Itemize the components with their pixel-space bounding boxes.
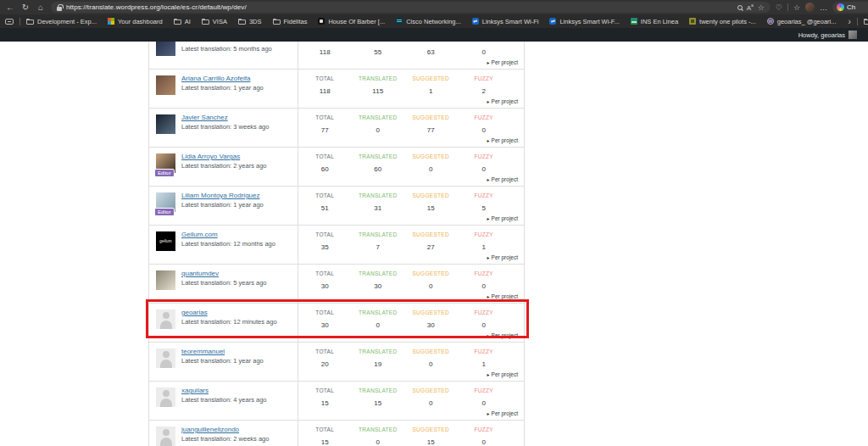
bookmark-item[interactable]: ⇄ Linksys Smart Wi-Fi [472,18,539,25]
per-project-link[interactable]: ▸Per project [487,98,518,104]
fuzzy-value: 1 [458,360,511,368]
translated-value: 0 [352,126,405,134]
stat-total: TOTAL 118 [298,70,352,108]
avatar [156,75,175,95]
read-aloud-icon[interactable]: Aa [747,3,754,12]
browser-address-bar: ← ↻ ⌂ https://translate.wordpress.org/lo… [0,0,868,14]
contributor-name-link[interactable]: Liliam Montoya Rodriguez [181,192,260,199]
bookmark-item[interactable]: Development - Exp... [26,18,97,25]
bookmark-item[interactable]: twenty one pilots -... [689,18,756,25]
translated-header: TRANSLATED [352,153,405,159]
bookmark-item[interactable]: W geoarias_ @geoari... [767,18,837,25]
stat-total: TOTAL 15 [298,421,352,446]
bookmark-item[interactable]: AI [174,18,191,25]
stat-translated: TRANSLATED 0 [352,109,405,147]
stat-suggested: SUGGESTED 0 [404,343,458,381]
latest-translation-text: Latest translation: 1 year ago [181,357,264,365]
copilot-button[interactable]: Ch [832,2,868,13]
contributor-stats-cell: TOTAL 60 TRANSLATED 60 SUGGESTED 0 FUZZY… [298,148,524,186]
bookmark-item[interactable]: ⇄ Linksys Smart Wi-F... [549,18,619,25]
fuzzy-value: 0 [458,438,511,446]
bookmarks-overflow-chevron[interactable]: › [849,17,851,26]
browser-essentials-icon[interactable]: ♡ [776,3,782,12]
contributor-name-link[interactable]: juanguillenelizondo [181,426,239,433]
suggested-value: 77 [404,126,458,134]
contributor-name-link[interactable]: Ariana Carrillo Azofeifa [181,75,250,82]
refresh-icon[interactable]: ↻ [20,3,31,12]
per-project-link[interactable]: ▸Per project [487,254,518,260]
contributor-name-link[interactable]: teoremmanuel [181,348,225,355]
fuzzy-header: FUZZY [458,231,511,237]
bookmark-item[interactable]: House Of Barber [... [318,18,385,25]
home-icon[interactable]: ⌂ [36,3,46,12]
bookmark-item[interactable]: INS En Linea [631,18,678,25]
translated-header: TRANSLATED [352,270,405,276]
wordpress-icon: W [767,18,774,25]
contributor-name-link[interactable]: Geilum.com [181,231,218,238]
contributor-name-link[interactable]: Javier Sanchez [181,114,228,121]
per-project-link[interactable]: ▸Per project [487,293,518,299]
bookmark-item[interactable]: Cisco Networking... [396,18,461,25]
suggested-value: 0 [404,165,458,173]
url-text[interactable]: https://translate.wordpress.org/locale/e… [66,3,733,11]
more-menu-icon[interactable]: … [820,3,827,12]
bookmark-item[interactable]: Fidélitas [273,18,308,25]
contributor-name-cell: teoremmanuel Latest translation: 1 year … [149,343,298,381]
per-project-link[interactable]: ▸Per project [487,410,518,416]
per-project-arrow-icon: ▸ [487,255,490,260]
per-project-link[interactable]: ▸Per project [487,332,518,338]
stat-translated: TRANSLATED 30 [352,265,405,303]
contributor-name-link[interactable]: quantumdev [181,270,219,277]
per-project-link[interactable]: ▸Per project [487,215,518,221]
contributor-name-link[interactable]: Lidia Arroyo Vargas [181,153,240,160]
total-header: TOTAL [298,153,352,159]
fuzzy-value: 1 [458,243,511,251]
bookmark-item[interactable]: 3DS [238,18,262,25]
suggested-header: SUGGESTED [404,75,458,81]
favorites-icon[interactable]: ☆ [793,3,800,12]
per-project-link[interactable]: ▸Per project [487,371,518,377]
linksys-icon: ⇄ [472,18,479,25]
back-icon[interactable]: ← [5,3,15,12]
lock-icon [57,7,62,11]
suggested-value: 0 [404,399,458,407]
translated-value: 0 [352,438,405,446]
stats-grid: TOTAL 35 TRANSLATED 7 SUGGESTED 27 FUZZY… [298,226,510,264]
contributor-name-link[interactable]: xaguilars [181,387,209,394]
bookmark-item[interactable]: Your dashboard [108,18,163,25]
stat-total: TOTAL 20 [298,343,352,381]
search-icon[interactable] [737,5,743,10]
bookmark-label: Cisco Networking... [406,18,461,25]
stats-grid: TOTAL 118 TRANSLATED 115 SUGGESTED 1 FUZ… [298,70,510,108]
per-project-link[interactable]: ▸Per project [487,137,518,143]
other-favorites-button[interactable]: Other favorites [864,18,868,25]
divider [787,3,788,11]
contributor-stats-cell: TOTAL 51 TRANSLATED 31 SUGGESTED 15 FUZZ… [298,187,524,225]
howdy-avatar[interactable] [849,31,857,39]
per-project-link[interactable]: ▸Per project [487,176,518,182]
url-field[interactable]: https://translate.wordpress.org/locale/e… [51,2,771,13]
contributor-name-link[interactable]: geoarias [181,309,208,316]
browser-profile-avatar[interactable] [805,3,815,12]
per-project-arrow-icon: ▸ [487,177,490,182]
fuzzy-value: 0 [458,399,511,407]
suggested-value: 0 [404,360,458,368]
favorite-star-icon[interactable]: ☆ [758,3,765,12]
total-value: 77 [298,126,352,134]
translated-header: TRANSLATED [352,348,405,354]
stat-suggested: SUGGESTED 30 [404,304,458,342]
howdy-link[interactable]: Howdy, geoarias [798,31,845,39]
total-value: 51 [298,204,352,212]
translated-value: 31 [352,204,405,212]
suggested-value: 63 [404,48,458,56]
bookmark-item[interactable]: VISA [202,18,227,25]
workspaces-icon[interactable] [5,19,14,25]
translated-header: TRANSLATED [352,426,405,432]
total-header: TOTAL [298,114,352,120]
stat-translated: TRANSLATED 15 [352,382,405,420]
per-project-link[interactable]: ▸Per project [487,59,518,65]
folder-icon [864,20,868,25]
stats-grid: TOTAL 51 TRANSLATED 31 SUGGESTED 15 FUZZ… [298,187,510,225]
stat-suggested: SUGGESTED 27 [404,226,458,264]
suggested-header: SUGGESTED [404,192,458,198]
